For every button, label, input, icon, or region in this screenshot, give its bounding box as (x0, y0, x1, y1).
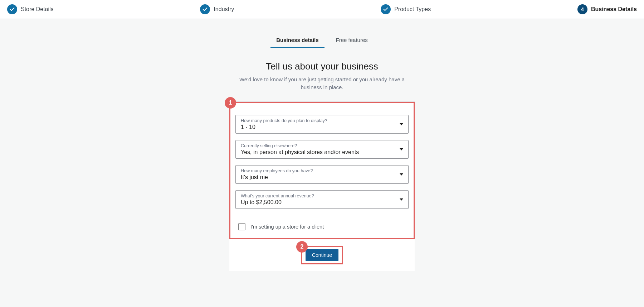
sub-tabs: Business details Free features (0, 33, 644, 48)
check-icon (7, 4, 17, 14)
page-subtitle: We'd love to know if you are just gettin… (229, 76, 415, 91)
step-business-details[interactable]: 4 Business Details (577, 4, 637, 14)
select-label: What's your current annual revenue? (241, 193, 395, 198)
chevron-down-icon (400, 148, 403, 150)
step-label: Store Details (21, 6, 54, 13)
step-label: Product Types (394, 6, 431, 13)
page-title: Tell us about your business (0, 61, 644, 72)
chevron-down-icon (400, 198, 403, 201)
tab-business-details[interactable]: Business details (275, 33, 320, 48)
step-number-badge: 4 (577, 4, 587, 14)
step-label: Business Details (591, 6, 637, 13)
select-employees-count[interactable]: How many employees do you have? It's jus… (235, 165, 409, 184)
select-label: How many employees do you have? (241, 168, 395, 173)
step-industry[interactable]: Industry (200, 4, 234, 14)
select-products-count[interactable]: How many products do you plan to display… (235, 115, 409, 134)
annotation-badge-2: 2 (296, 241, 308, 253)
select-selling-elsewhere[interactable]: Currently selling elsewhere? Yes, in per… (235, 140, 409, 159)
form-card-wrap: 1 How many products do you plan to displ… (229, 101, 415, 271)
select-value: Up to $2,500.00 (241, 199, 395, 206)
main-content: Business details Free features Tell us a… (0, 19, 644, 293)
step-store-details[interactable]: Store Details (7, 4, 54, 14)
form-area-highlight: 1 How many products do you plan to displ… (229, 102, 415, 239)
page-headline: Tell us about your business We'd love to… (0, 61, 644, 91)
chevron-down-icon (400, 123, 403, 125)
select-value: It's just me (241, 174, 395, 181)
chevron-down-icon (400, 173, 403, 176)
step-product-types[interactable]: Product Types (381, 4, 431, 14)
checkbox-label: I'm setting up a store for a client (250, 224, 324, 230)
select-annual-revenue[interactable]: What's your current annual revenue? Up t… (235, 190, 409, 209)
checkbox-icon[interactable] (238, 223, 245, 230)
select-label: Currently selling elsewhere? (241, 143, 395, 148)
annotation-badge-1: 1 (225, 97, 236, 109)
select-label: How many products do you plan to display… (241, 118, 395, 123)
continue-highlight: 2 Continue (301, 246, 343, 264)
check-icon (381, 4, 391, 14)
card-footer: 2 Continue (229, 239, 415, 271)
client-store-checkbox-row[interactable]: I'm setting up a store for a client (235, 220, 409, 232)
step-label: Industry (214, 6, 234, 13)
business-details-card: 1 How many products do you plan to displ… (229, 101, 415, 271)
check-icon (200, 4, 210, 14)
tab-free-features[interactable]: Free features (335, 33, 369, 48)
select-value: 1 - 10 (241, 124, 395, 130)
select-value: Yes, in person at physical stores and/or… (241, 149, 395, 155)
continue-button[interactable]: Continue (306, 249, 338, 261)
setup-stepper: Store Details Industry Product Types 4 B… (0, 0, 644, 19)
